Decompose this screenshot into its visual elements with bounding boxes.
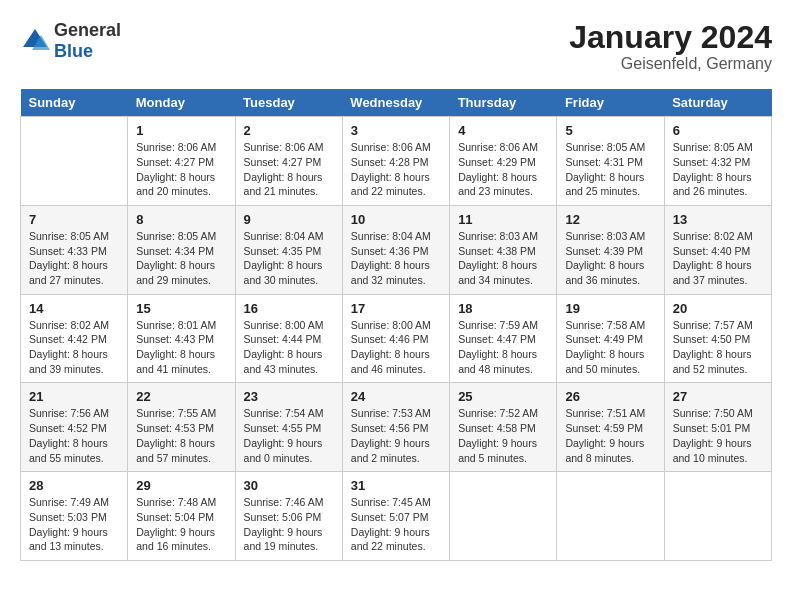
day-info: Sunrise: 7:53 AMSunset: 4:56 PMDaylight:…	[351, 406, 441, 465]
day-number: 15	[136, 301, 226, 316]
day-number: 9	[244, 212, 334, 227]
day-info: Sunrise: 8:03 AMSunset: 4:38 PMDaylight:…	[458, 229, 548, 288]
day-number: 22	[136, 389, 226, 404]
calendar-cell: 7Sunrise: 8:05 AMSunset: 4:33 PMDaylight…	[21, 205, 128, 294]
calendar-cell: 15Sunrise: 8:01 AMSunset: 4:43 PMDayligh…	[128, 294, 235, 383]
day-info: Sunrise: 7:59 AMSunset: 4:47 PMDaylight:…	[458, 318, 548, 377]
calendar-cell: 14Sunrise: 8:02 AMSunset: 4:42 PMDayligh…	[21, 294, 128, 383]
day-info: Sunrise: 8:06 AMSunset: 4:27 PMDaylight:…	[136, 140, 226, 199]
day-info: Sunrise: 8:06 AMSunset: 4:29 PMDaylight:…	[458, 140, 548, 199]
calendar-cell: 23Sunrise: 7:54 AMSunset: 4:55 PMDayligh…	[235, 383, 342, 472]
calendar-cell: 17Sunrise: 8:00 AMSunset: 4:46 PMDayligh…	[342, 294, 449, 383]
week-row-1: 7Sunrise: 8:05 AMSunset: 4:33 PMDaylight…	[21, 205, 772, 294]
day-number: 13	[673, 212, 763, 227]
calendar-cell: 25Sunrise: 7:52 AMSunset: 4:58 PMDayligh…	[450, 383, 557, 472]
day-of-week-thursday: Thursday	[450, 89, 557, 117]
day-number: 19	[565, 301, 655, 316]
calendar-cell: 30Sunrise: 7:46 AMSunset: 5:06 PMDayligh…	[235, 472, 342, 561]
day-number: 16	[244, 301, 334, 316]
day-info: Sunrise: 8:05 AMSunset: 4:32 PMDaylight:…	[673, 140, 763, 199]
day-info: Sunrise: 8:06 AMSunset: 4:28 PMDaylight:…	[351, 140, 441, 199]
day-number: 31	[351, 478, 441, 493]
calendar-cell: 21Sunrise: 7:56 AMSunset: 4:52 PMDayligh…	[21, 383, 128, 472]
day-number: 30	[244, 478, 334, 493]
day-number: 18	[458, 301, 548, 316]
calendar-cell	[664, 472, 771, 561]
day-number: 2	[244, 123, 334, 138]
day-number: 28	[29, 478, 119, 493]
calendar-cell: 22Sunrise: 7:55 AMSunset: 4:53 PMDayligh…	[128, 383, 235, 472]
day-info: Sunrise: 8:05 AMSunset: 4:31 PMDaylight:…	[565, 140, 655, 199]
day-number: 20	[673, 301, 763, 316]
calendar-cell: 13Sunrise: 8:02 AMSunset: 4:40 PMDayligh…	[664, 205, 771, 294]
calendar-cell: 29Sunrise: 7:48 AMSunset: 5:04 PMDayligh…	[128, 472, 235, 561]
calendar-cell: 26Sunrise: 7:51 AMSunset: 4:59 PMDayligh…	[557, 383, 664, 472]
page-header: General Blue January 2024 Geisenfeld, Ge…	[20, 20, 772, 73]
day-number: 5	[565, 123, 655, 138]
day-number: 14	[29, 301, 119, 316]
calendar-cell: 27Sunrise: 7:50 AMSunset: 5:01 PMDayligh…	[664, 383, 771, 472]
day-number: 21	[29, 389, 119, 404]
calendar-cell: 18Sunrise: 7:59 AMSunset: 4:47 PMDayligh…	[450, 294, 557, 383]
day-of-week-wednesday: Wednesday	[342, 89, 449, 117]
day-info: Sunrise: 7:48 AMSunset: 5:04 PMDaylight:…	[136, 495, 226, 554]
calendar-cell: 10Sunrise: 8:04 AMSunset: 4:36 PMDayligh…	[342, 205, 449, 294]
day-of-week-sunday: Sunday	[21, 89, 128, 117]
day-header-row: SundayMondayTuesdayWednesdayThursdayFrid…	[21, 89, 772, 117]
calendar-cell: 11Sunrise: 8:03 AMSunset: 4:38 PMDayligh…	[450, 205, 557, 294]
day-info: Sunrise: 8:04 AMSunset: 4:36 PMDaylight:…	[351, 229, 441, 288]
day-number: 23	[244, 389, 334, 404]
logo-general: General	[54, 20, 121, 40]
calendar-cell: 31Sunrise: 7:45 AMSunset: 5:07 PMDayligh…	[342, 472, 449, 561]
calendar-cell: 4Sunrise: 8:06 AMSunset: 4:29 PMDaylight…	[450, 117, 557, 206]
day-of-week-saturday: Saturday	[664, 89, 771, 117]
day-info: Sunrise: 7:55 AMSunset: 4:53 PMDaylight:…	[136, 406, 226, 465]
day-number: 17	[351, 301, 441, 316]
calendar-subtitle: Geisenfeld, Germany	[569, 55, 772, 73]
calendar-cell: 3Sunrise: 8:06 AMSunset: 4:28 PMDaylight…	[342, 117, 449, 206]
calendar-header: SundayMondayTuesdayWednesdayThursdayFrid…	[21, 89, 772, 117]
calendar-cell: 16Sunrise: 8:00 AMSunset: 4:44 PMDayligh…	[235, 294, 342, 383]
day-info: Sunrise: 8:00 AMSunset: 4:44 PMDaylight:…	[244, 318, 334, 377]
calendar-cell: 6Sunrise: 8:05 AMSunset: 4:32 PMDaylight…	[664, 117, 771, 206]
day-number: 29	[136, 478, 226, 493]
day-number: 11	[458, 212, 548, 227]
calendar-cell: 19Sunrise: 7:58 AMSunset: 4:49 PMDayligh…	[557, 294, 664, 383]
day-number: 27	[673, 389, 763, 404]
day-info: Sunrise: 8:03 AMSunset: 4:39 PMDaylight:…	[565, 229, 655, 288]
day-number: 7	[29, 212, 119, 227]
day-number: 25	[458, 389, 548, 404]
day-info: Sunrise: 7:51 AMSunset: 4:59 PMDaylight:…	[565, 406, 655, 465]
calendar-cell	[557, 472, 664, 561]
calendar-table: SundayMondayTuesdayWednesdayThursdayFrid…	[20, 89, 772, 561]
calendar-body: 1Sunrise: 8:06 AMSunset: 4:27 PMDaylight…	[21, 117, 772, 561]
title-block: January 2024 Geisenfeld, Germany	[569, 20, 772, 73]
day-number: 4	[458, 123, 548, 138]
calendar-cell: 1Sunrise: 8:06 AMSunset: 4:27 PMDaylight…	[128, 117, 235, 206]
day-number: 10	[351, 212, 441, 227]
week-row-0: 1Sunrise: 8:06 AMSunset: 4:27 PMDaylight…	[21, 117, 772, 206]
day-number: 1	[136, 123, 226, 138]
day-info: Sunrise: 7:46 AMSunset: 5:06 PMDaylight:…	[244, 495, 334, 554]
calendar-cell: 8Sunrise: 8:05 AMSunset: 4:34 PMDaylight…	[128, 205, 235, 294]
calendar-cell: 12Sunrise: 8:03 AMSunset: 4:39 PMDayligh…	[557, 205, 664, 294]
day-info: Sunrise: 8:00 AMSunset: 4:46 PMDaylight:…	[351, 318, 441, 377]
day-info: Sunrise: 7:58 AMSunset: 4:49 PMDaylight:…	[565, 318, 655, 377]
logo: General Blue	[20, 20, 121, 62]
week-row-4: 28Sunrise: 7:49 AMSunset: 5:03 PMDayligh…	[21, 472, 772, 561]
logo-blue: Blue	[54, 41, 93, 61]
logo-icon	[20, 26, 50, 56]
calendar-title: January 2024	[569, 20, 772, 55]
calendar-cell: 2Sunrise: 8:06 AMSunset: 4:27 PMDaylight…	[235, 117, 342, 206]
day-number: 6	[673, 123, 763, 138]
calendar-cell: 24Sunrise: 7:53 AMSunset: 4:56 PMDayligh…	[342, 383, 449, 472]
day-of-week-monday: Monday	[128, 89, 235, 117]
day-of-week-tuesday: Tuesday	[235, 89, 342, 117]
calendar-cell	[21, 117, 128, 206]
calendar-cell	[450, 472, 557, 561]
day-info: Sunrise: 8:01 AMSunset: 4:43 PMDaylight:…	[136, 318, 226, 377]
day-info: Sunrise: 8:02 AMSunset: 4:42 PMDaylight:…	[29, 318, 119, 377]
calendar-cell: 20Sunrise: 7:57 AMSunset: 4:50 PMDayligh…	[664, 294, 771, 383]
day-info: Sunrise: 7:45 AMSunset: 5:07 PMDaylight:…	[351, 495, 441, 554]
day-info: Sunrise: 8:06 AMSunset: 4:27 PMDaylight:…	[244, 140, 334, 199]
